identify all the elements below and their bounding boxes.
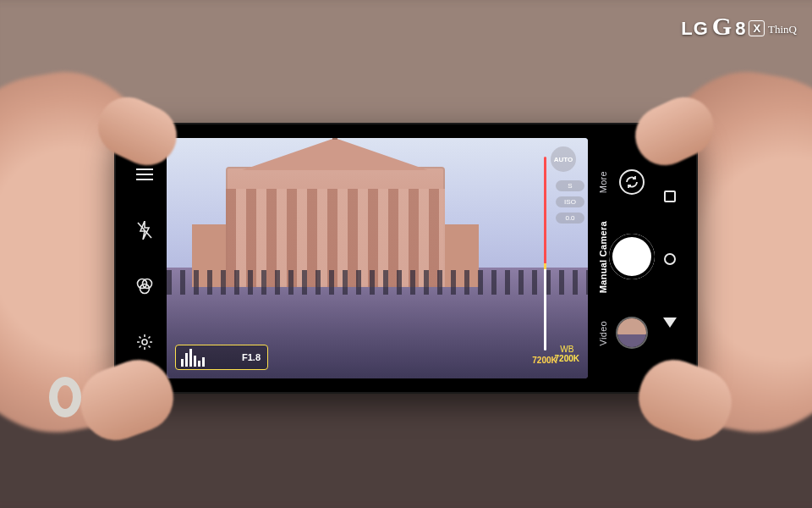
gallery-thumbnail[interactable] — [617, 318, 646, 347]
phone-body: F1.8 AUTO S ISO 0.0 7200K WB 7200K More … — [114, 123, 698, 394]
hist-bar — [202, 357, 205, 367]
logo-lg: LG — [681, 18, 709, 40]
product-logo: LG G 8 X ThinQ — [681, 12, 797, 41]
android-nav — [657, 131, 683, 385]
camera-viewfinder[interactable] — [167, 138, 588, 378]
scene-crowd — [167, 270, 588, 294]
wb-readout: WB 7200K — [555, 345, 579, 363]
scene-opera-house — [226, 167, 445, 287]
hist-bar — [189, 349, 192, 367]
filters-icon[interactable] — [133, 274, 156, 298]
phone-screen: F1.8 AUTO S ISO 0.0 7200K WB 7200K More … — [123, 131, 689, 385]
mode-more[interactable]: More — [598, 171, 608, 193]
back-icon[interactable] — [663, 318, 677, 328]
histogram[interactable]: F1.8 — [175, 345, 268, 370]
left-toolbar — [123, 131, 167, 385]
hist-bar — [181, 359, 184, 367]
hist-bar — [194, 356, 196, 367]
logo-thinq: ThinQ — [768, 23, 797, 36]
param-chips: S ISO 0.0 — [556, 180, 584, 224]
right-cluster: More Manual Camera Video — [588, 131, 689, 385]
switch-camera-icon[interactable] — [619, 169, 645, 195]
hist-bar — [185, 353, 188, 367]
svg-point-3 — [142, 340, 147, 345]
chip-ev[interactable]: 0.0 — [556, 213, 584, 224]
mode-video[interactable]: Video — [598, 321, 608, 345]
wb-value: 7200K — [555, 354, 579, 363]
chip-shutter[interactable]: S — [556, 180, 584, 191]
settings-icon[interactable] — [133, 330, 156, 354]
logo-x: X — [749, 20, 765, 36]
ring-jewelry — [49, 377, 81, 417]
recent-apps-icon[interactable] — [664, 190, 676, 202]
capture-controls — [613, 131, 650, 385]
menu-icon[interactable] — [133, 163, 156, 186]
wb-label: WB — [555, 345, 579, 354]
logo-8: 8 — [735, 18, 745, 40]
shutter-button[interactable] — [609, 234, 655, 279]
aperture-value: F1.8 — [242, 352, 261, 362]
hist-bar — [198, 361, 200, 367]
logo-g: G — [712, 12, 732, 41]
flash-off-icon[interactable] — [133, 218, 156, 242]
auto-chip[interactable]: AUTO — [551, 146, 576, 172]
home-icon[interactable] — [664, 253, 676, 265]
mode-manual[interactable]: Manual Camera — [598, 221, 608, 293]
chip-iso[interactable]: ISO — [556, 196, 584, 207]
